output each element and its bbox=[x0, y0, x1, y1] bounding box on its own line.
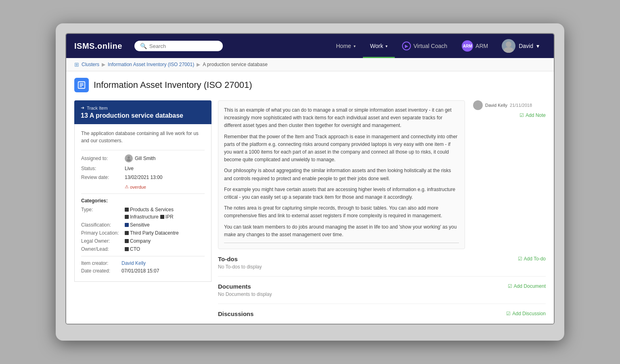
svg-point-7 bbox=[127, 159, 131, 161]
date-created-row: Date created: 07/01/2018 15:07 bbox=[81, 268, 205, 274]
left-panel: ➜ Track Item 13 A production service dat… bbox=[74, 100, 212, 319]
legal-owner-row: Legal Owner: Company bbox=[81, 238, 205, 244]
add-discussion-icon: ☑ bbox=[506, 311, 511, 316]
assigned-value: Gill Smith bbox=[125, 154, 155, 162]
item-description: The application database containing all … bbox=[81, 130, 205, 144]
notes-para-4: For example you might have certain asset… bbox=[224, 186, 459, 201]
tag-square-ipr bbox=[160, 215, 164, 219]
breadcrumb-current: A production service database bbox=[203, 62, 268, 67]
arm-avatar: ARM bbox=[462, 40, 473, 52]
add-document-icon: ☑ bbox=[508, 283, 512, 289]
documents-section: Documents ☑ Add Document No Documents to… bbox=[218, 283, 546, 304]
tag-square-cto bbox=[125, 247, 129, 251]
nav-home[interactable]: Home ▾ bbox=[329, 34, 363, 58]
arrow-icon: ➜ bbox=[81, 105, 84, 110]
documents-title: Documents bbox=[218, 283, 251, 290]
discussions-section: Discussions ☑ Add Discussion bbox=[218, 310, 546, 317]
page-title-icon bbox=[74, 78, 89, 92]
documents-header: Documents ☑ Add Document bbox=[218, 283, 546, 290]
date-created-value: 07/01/2018 15:07 bbox=[121, 268, 159, 274]
svg-point-6 bbox=[128, 156, 130, 159]
tag-ipr: IPR bbox=[160, 214, 174, 220]
assigned-label: Assigned to: bbox=[81, 156, 121, 161]
item-creator-value[interactable]: David Kelly bbox=[121, 260, 146, 266]
tag-cto: CTO bbox=[125, 246, 140, 252]
bottom-meta: Item creator: David Kelly Date created: … bbox=[81, 256, 205, 274]
search-icon: 🔍 bbox=[140, 43, 147, 49]
track-item-title: 13 A production service database bbox=[81, 112, 205, 119]
play-icon: ▶ bbox=[402, 42, 411, 50]
tag-datacentre: Third Party Datacentre bbox=[125, 230, 179, 236]
nav-user[interactable]: David ▾ bbox=[495, 39, 546, 53]
add-todo-icon: ☑ bbox=[518, 256, 522, 262]
notes-para-2: Remember that the power of the Item and … bbox=[224, 133, 459, 164]
notes-area: This is an example of what you can do to… bbox=[218, 100, 465, 249]
page-title: Information Asset Inventory (ISO 27001) bbox=[94, 80, 252, 90]
breadcrumb-inventory[interactable]: Information Asset Inventory (ISO 27001) bbox=[108, 62, 194, 67]
add-todo-button[interactable]: ☑ Add To-do bbox=[518, 256, 546, 262]
status-label: Status: bbox=[81, 166, 121, 171]
add-discussion-button[interactable]: ☑ Add Discussion bbox=[506, 311, 546, 316]
comment-column: David Kelly 21/11/2018 ☑ Add Note bbox=[473, 100, 546, 256]
add-document-button[interactable]: ☑ Add Document bbox=[508, 283, 546, 289]
nav-work[interactable]: Work ▾ bbox=[363, 34, 395, 58]
user-avatar bbox=[502, 39, 515, 53]
notes-para-6: You can task team members to do jobs aro… bbox=[224, 223, 459, 239]
add-note-icon: ☑ bbox=[519, 112, 524, 118]
user-icon bbox=[125, 154, 133, 162]
svg-point-8 bbox=[477, 103, 480, 106]
discussions-header: Discussions ☑ Add Discussion bbox=[218, 310, 546, 317]
brand-logo[interactable]: ISMS.online bbox=[74, 42, 122, 51]
search-box[interactable]: 🔍 bbox=[134, 41, 223, 51]
legal-owner-values: Company bbox=[125, 238, 151, 244]
classification-row: Classification: Sensitive bbox=[81, 222, 205, 228]
add-note-button[interactable]: ☑ Add Note bbox=[473, 112, 546, 118]
tag-square-blue bbox=[125, 223, 129, 227]
tag-square-dc bbox=[125, 231, 129, 235]
nav-virtual-coach[interactable]: ▶ Virtual Coach bbox=[395, 42, 455, 50]
notes-layout: This is an example of what you can do to… bbox=[218, 100, 546, 256]
date-created-label: Date created: bbox=[81, 268, 121, 274]
tag-sensitive: Sensitive bbox=[125, 222, 150, 228]
tag-infrastructure: Infrastructure bbox=[125, 214, 159, 220]
type-row: Type: Products & Services Infrastructure bbox=[81, 207, 205, 220]
svg-point-1 bbox=[504, 47, 513, 53]
review-date-row: Review date: 13/02/2021 13:00 bbox=[81, 175, 205, 180]
type-label: Type: bbox=[81, 207, 121, 220]
classification-values: Sensitive bbox=[125, 222, 150, 228]
owner-lead-label: Owner/Lead: bbox=[81, 246, 121, 252]
notes-para-1: This is an example of what you can do to… bbox=[224, 106, 459, 130]
comment-date: 21/11/2018 bbox=[510, 103, 532, 108]
status-row: Status: Live bbox=[81, 166, 205, 171]
status-value: Live bbox=[125, 166, 134, 171]
svg-point-9 bbox=[475, 106, 480, 110]
notes-para-3: Our philosophy is about aggregating the … bbox=[224, 167, 459, 182]
left-card: The application database containing all … bbox=[74, 124, 212, 282]
todos-empty: No To-dos to display bbox=[218, 264, 546, 277]
nav-links: Home ▾ Work ▾ ▶ Virtual Coach ARM ARM bbox=[329, 34, 546, 58]
todos-title: To-dos bbox=[218, 256, 238, 262]
right-panel: This is an example of what you can do to… bbox=[218, 100, 546, 319]
breadcrumb-clusters[interactable]: Clusters bbox=[82, 62, 99, 67]
notes-column: This is an example of what you can do to… bbox=[218, 100, 465, 256]
overdue-badge: ⚠ overdue bbox=[125, 184, 146, 189]
breadcrumb: ⊞ Clusters ▶ Information Asset Inventory… bbox=[66, 58, 554, 71]
item-creator-row: Item creator: David Kelly bbox=[81, 260, 205, 266]
primary-location-row: Primary Location: Third Party Datacentre bbox=[81, 230, 205, 236]
review-date-value: 13/02/2021 13:00 bbox=[125, 175, 162, 180]
comment-avatar bbox=[473, 100, 483, 110]
nav-arm[interactable]: ARM ARM bbox=[455, 40, 495, 52]
legal-owner-label: Legal Owner: bbox=[81, 238, 121, 244]
todos-header: To-dos ☑ Add To-do bbox=[218, 256, 546, 262]
comment-author: David Kelly bbox=[485, 103, 507, 108]
tag-square-dark bbox=[125, 208, 129, 212]
home-chevron: ▾ bbox=[354, 44, 356, 48]
main-content: ➜ Track Item 13 A production service dat… bbox=[66, 96, 554, 324]
svg-point-0 bbox=[506, 42, 511, 47]
overdue-icon: ⚠ bbox=[125, 184, 129, 189]
documents-empty: No Documents to display bbox=[218, 291, 546, 304]
owner-lead-row: Owner/Lead: CTO bbox=[81, 246, 205, 252]
breadcrumb-sep-1: ▶ bbox=[102, 62, 105, 67]
search-input[interactable] bbox=[149, 43, 217, 49]
tag-square-infra bbox=[125, 215, 129, 219]
